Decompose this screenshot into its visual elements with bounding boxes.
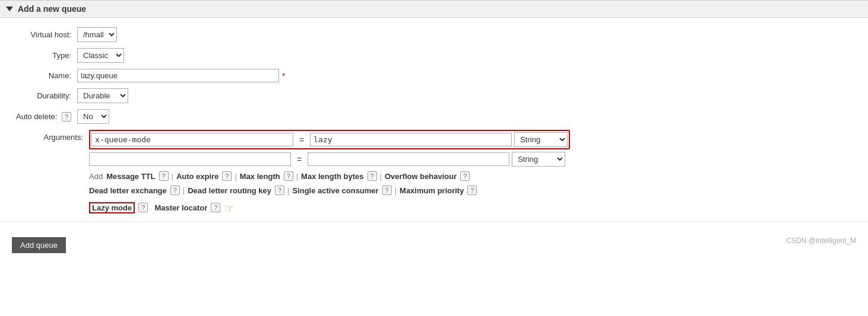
arg-key-input-1[interactable]: [91, 133, 293, 146]
add-queue-button[interactable]: Add queue: [12, 237, 66, 253]
auto-delete-label: Auto delete: ?: [12, 112, 77, 122]
arg-value-input-1[interactable]: [310, 133, 512, 146]
master-locator-help[interactable]: ?: [211, 203, 220, 212]
maximum-priority-link[interactable]: Maximum priority: [400, 186, 464, 195]
auto-expire-link[interactable]: Auto expire: [176, 172, 219, 181]
add-links-row-3: Lazy mode ? | Master locator ? ☞: [89, 200, 570, 215]
equals-sign-1: =: [296, 135, 308, 145]
virtual-host-select[interactable]: /hmall: [77, 27, 117, 42]
lazy-mode-help[interactable]: ?: [138, 203, 148, 212]
single-active-consumer-link[interactable]: Single active consumer: [292, 186, 378, 195]
arguments-content: = String Number Boolean = String Num: [89, 130, 570, 215]
arg-type-select-1[interactable]: String Number Boolean: [514, 132, 568, 147]
section-header: Add a new queue: [0, 0, 868, 18]
add-label: Add: [89, 172, 103, 181]
arg-type-select-2[interactable]: String Number Boolean: [512, 152, 565, 167]
arguments-row: Arguments: = String Number Boolean: [12, 130, 856, 215]
type-row: Type: Classic Quorum Stream: [12, 48, 856, 63]
message-ttl-help[interactable]: ?: [159, 171, 169, 181]
durability-label: Durability:: [12, 91, 77, 100]
add-links-row-1: Add Message TTL ? | Auto expire ? | Max …: [89, 171, 570, 181]
section-title: Add a new queue: [18, 4, 86, 14]
virtual-host-row: Virtual host: /hmall: [12, 27, 856, 42]
master-locator-link[interactable]: Master locator: [154, 203, 207, 212]
lazy-mode-link[interactable]: Lazy mode: [89, 202, 135, 213]
auto-delete-help[interactable]: ?: [62, 112, 71, 122]
max-length-help[interactable]: ?: [284, 171, 293, 181]
page-wrapper: Add a new queue Virtual host: /hmall Typ…: [0, 0, 868, 259]
dead-letter-exchange-link[interactable]: Dead letter exchange: [89, 186, 167, 195]
arg-key-input-2[interactable]: [89, 152, 291, 166]
durability-select[interactable]: Durable Transient: [77, 88, 128, 103]
collapse-icon[interactable]: [6, 7, 13, 11]
required-star: *: [282, 71, 285, 81]
message-ttl-link[interactable]: Message TTL: [106, 172, 155, 181]
type-label: Type:: [12, 51, 77, 60]
arg-row-1: = String Number Boolean: [89, 130, 570, 149]
auto-expire-help[interactable]: ?: [222, 171, 232, 181]
overflow-behaviour-link[interactable]: Overflow behaviour: [385, 172, 457, 181]
name-row: Name: *: [12, 69, 856, 82]
auto-delete-row: Auto delete: ? No Yes: [12, 109, 856, 124]
footer-area: Add queue CSDN @Intelligent_M: [0, 221, 868, 259]
max-length-bytes-help[interactable]: ?: [368, 171, 377, 181]
auto-delete-select[interactable]: No Yes: [77, 109, 109, 124]
name-input[interactable]: [77, 69, 279, 82]
max-length-link[interactable]: Max length: [240, 172, 280, 181]
maximum-priority-help[interactable]: ?: [467, 186, 477, 195]
cursor-hand-icon: ☞: [224, 201, 235, 215]
dead-letter-routing-key-link[interactable]: Dead letter routing key: [188, 186, 271, 195]
type-select[interactable]: Classic Quorum Stream: [77, 48, 124, 63]
single-active-consumer-help[interactable]: ?: [382, 186, 392, 195]
dead-letter-routing-key-help[interactable]: ?: [275, 186, 284, 195]
max-length-bytes-link[interactable]: Max length bytes: [301, 172, 363, 181]
arg-value-input-2[interactable]: [308, 152, 509, 166]
overflow-behaviour-help[interactable]: ?: [460, 171, 470, 181]
arguments-label: Arguments:: [12, 130, 89, 142]
arg-row-2: = String Number Boolean: [89, 152, 570, 167]
footer-credit: CSDN @Intelligent_M: [786, 237, 856, 245]
virtual-host-label: Virtual host:: [12, 30, 77, 39]
add-links-row-2: Dead letter exchange ? | Dead letter rou…: [89, 186, 570, 195]
equals-sign-2: =: [293, 155, 305, 164]
name-label: Name:: [12, 71, 77, 80]
dead-letter-exchange-help[interactable]: ?: [170, 186, 180, 195]
durability-row: Durability: Durable Transient: [12, 88, 856, 103]
form-area: Virtual host: /hmall Type: Classic Quoru…: [0, 18, 868, 215]
